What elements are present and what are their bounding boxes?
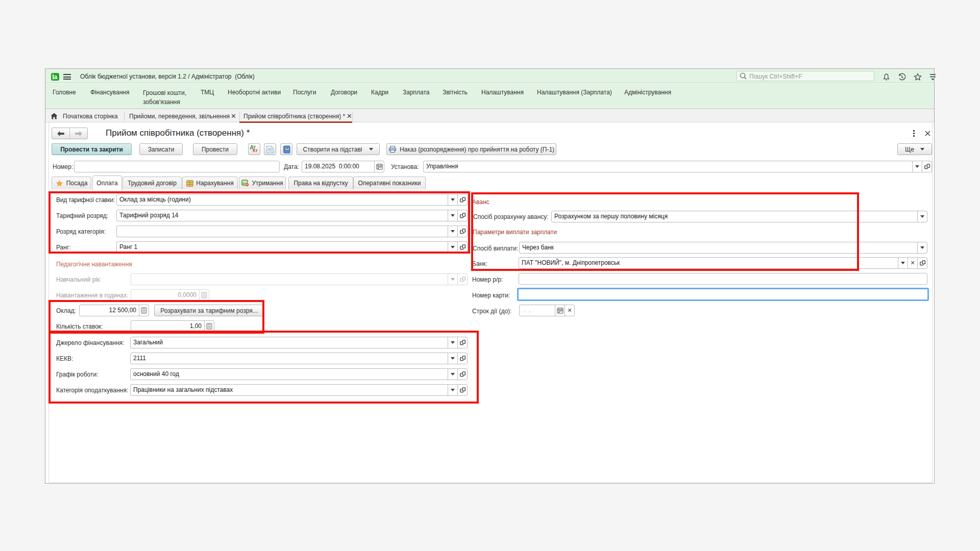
svg-text:a: a [54, 73, 58, 81]
